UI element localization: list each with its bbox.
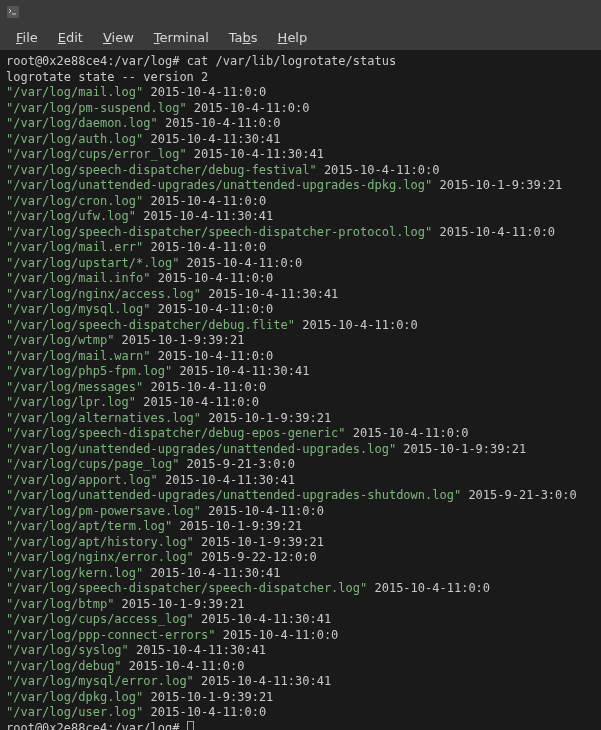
log-entry: "/var/log/mail.err" 2015-10-4-11:0:0 xyxy=(6,240,595,256)
log-entry: "/var/log/apt/term.log" 2015-10-1-9:39:2… xyxy=(6,519,595,535)
svg-rect-0 xyxy=(7,6,19,18)
logrotate-state-header: logrotate state -- version 2 xyxy=(6,70,595,86)
menu-terminal[interactable]: Terminal xyxy=(146,27,217,48)
terminal-area[interactable]: root@0x2e88ce4:/var/log# cat /var/lib/lo… xyxy=(0,50,601,730)
log-entry: "/var/log/upstart/*.log" 2015-10-4-11:0:… xyxy=(6,256,595,272)
log-entry: "/var/log/apport.log" 2015-10-4-11:30:41 xyxy=(6,473,595,489)
log-entry: "/var/log/cups/error_log" 2015-10-4-11:3… xyxy=(6,147,595,163)
log-entry: "/var/log/mail.log" 2015-10-4-11:0:0 xyxy=(6,85,595,101)
log-entry: "/var/log/user.log" 2015-10-4-11:0:0 xyxy=(6,705,595,721)
log-entry: "/var/log/ufw.log" 2015-10-4-11:30:41 xyxy=(6,209,595,225)
log-entry: "/var/log/speech-dispatcher/speech-dispa… xyxy=(6,225,595,241)
log-entry: "/var/log/messages" 2015-10-4-11:0:0 xyxy=(6,380,595,396)
log-entry: "/var/log/btmp" 2015-10-1-9:39:21 xyxy=(6,597,595,613)
log-entry: "/var/log/mail.warn" 2015-10-4-11:0:0 xyxy=(6,349,595,365)
menu-view[interactable]: View xyxy=(95,27,142,48)
log-entry: "/var/log/unattended-upgrades/unattended… xyxy=(6,488,595,504)
log-entry: "/var/log/php5-fpm.log" 2015-10-4-11:30:… xyxy=(6,364,595,380)
log-entry: "/var/log/ppp-connect-errors" 2015-10-4-… xyxy=(6,628,595,644)
menu-help[interactable]: Help xyxy=(270,27,316,48)
log-entry: "/var/log/cups/page_log" 2015-9-21-3:0:0 xyxy=(6,457,595,473)
menu-file[interactable]: File xyxy=(8,27,46,48)
log-entry: "/var/log/mail.info" 2015-10-4-11:0:0 xyxy=(6,271,595,287)
log-entry: "/var/log/speech-dispatcher/debug.flite"… xyxy=(6,318,595,334)
log-entry: "/var/log/wtmp" 2015-10-1-9:39:21 xyxy=(6,333,595,349)
log-entry: "/var/log/nginx/error.log" 2015-9-22-12:… xyxy=(6,550,595,566)
shell-prompt-line: root@0x2e88ce4:/var/log# cat /var/lib/lo… xyxy=(6,54,595,70)
log-entry: "/var/log/lpr.log" 2015-10-4-11:0:0 xyxy=(6,395,595,411)
log-entry: "/var/log/alternatives.log" 2015-10-1-9:… xyxy=(6,411,595,427)
log-entry: "/var/log/kern.log" 2015-10-4-11:30:41 xyxy=(6,566,595,582)
log-entry: "/var/log/unattended-upgrades/unattended… xyxy=(6,178,595,194)
log-entry: "/var/log/nginx/access.log" 2015-10-4-11… xyxy=(6,287,595,303)
log-entry: "/var/log/mysql/error.log" 2015-10-4-11:… xyxy=(6,674,595,690)
log-entry: "/var/log/auth.log" 2015-10-4-11:30:41 xyxy=(6,132,595,148)
menubar: File Edit View Terminal Tabs Help xyxy=(0,24,601,50)
log-entry: "/var/log/syslog" 2015-10-4-11:30:41 xyxy=(6,643,595,659)
log-entry: "/var/log/cups/access_log" 2015-10-4-11:… xyxy=(6,612,595,628)
menu-tabs[interactable]: Tabs xyxy=(221,27,266,48)
log-entry: "/var/log/speech-dispatcher/debug-epos-g… xyxy=(6,426,595,442)
log-entry: "/var/log/daemon.log" 2015-10-4-11:0:0 xyxy=(6,116,595,132)
log-entry: "/var/log/pm-suspend.log" 2015-10-4-11:0… xyxy=(6,101,595,117)
log-entry: "/var/log/speech-dispatcher/speech-dispa… xyxy=(6,581,595,597)
terminal-icon xyxy=(6,5,20,19)
titlebar xyxy=(0,0,601,24)
menu-edit[interactable]: Edit xyxy=(50,27,91,48)
log-entry: "/var/log/cron.log" 2015-10-4-11:0:0 xyxy=(6,194,595,210)
log-entry: "/var/log/apt/history.log" 2015-10-1-9:3… xyxy=(6,535,595,551)
log-entry: "/var/log/mysql.log" 2015-10-4-11:0:0 xyxy=(6,302,595,318)
log-entry: "/var/log/dpkg.log" 2015-10-1-9:39:21 xyxy=(6,690,595,706)
log-entry: "/var/log/unattended-upgrades/unattended… xyxy=(6,442,595,458)
cursor xyxy=(187,721,194,731)
shell-prompt-line: root@0x2e88ce4:/var/log# xyxy=(6,721,595,731)
log-entry: "/var/log/pm-powersave.log" 2015-10-4-11… xyxy=(6,504,595,520)
log-entry: "/var/log/debug" 2015-10-4-11:0:0 xyxy=(6,659,595,675)
log-entry: "/var/log/speech-dispatcher/debug-festiv… xyxy=(6,163,595,179)
